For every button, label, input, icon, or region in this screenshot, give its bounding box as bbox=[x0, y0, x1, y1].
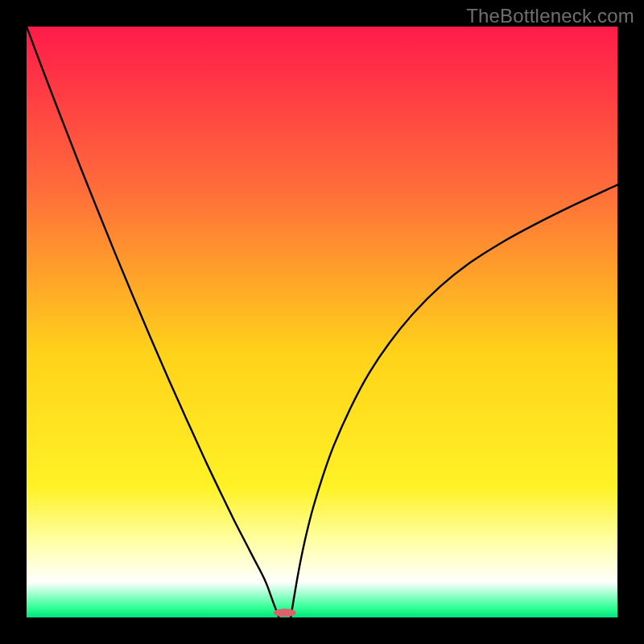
plot-area bbox=[27, 27, 617, 617]
gradient-background bbox=[27, 27, 617, 617]
chart-svg bbox=[27, 27, 617, 617]
minimum-marker bbox=[274, 609, 296, 617]
outer-frame: TheBottleneck.com bbox=[0, 0, 644, 644]
watermark-text: TheBottleneck.com bbox=[466, 5, 634, 27]
